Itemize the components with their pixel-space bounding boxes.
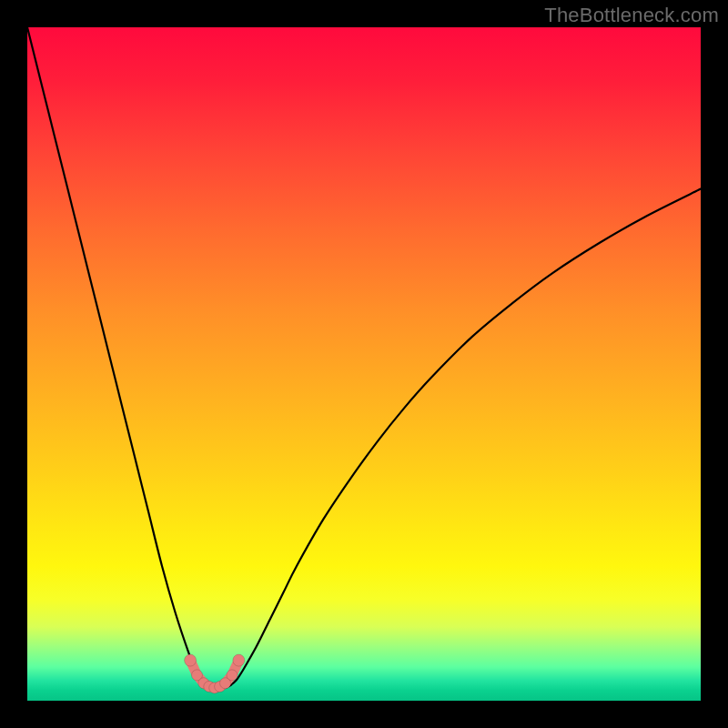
chart-frame: TheBottleneck.com	[0, 0, 728, 728]
min-region-dot	[233, 654, 245, 666]
min-region-dots	[185, 654, 245, 693]
min-region-dot	[185, 654, 197, 666]
min-region-dot	[227, 670, 238, 681]
watermark-text: TheBottleneck.com	[544, 4, 719, 27]
plot-area	[27, 27, 701, 701]
bottleneck-curve	[27, 27, 701, 689]
curve-layer	[27, 27, 701, 701]
